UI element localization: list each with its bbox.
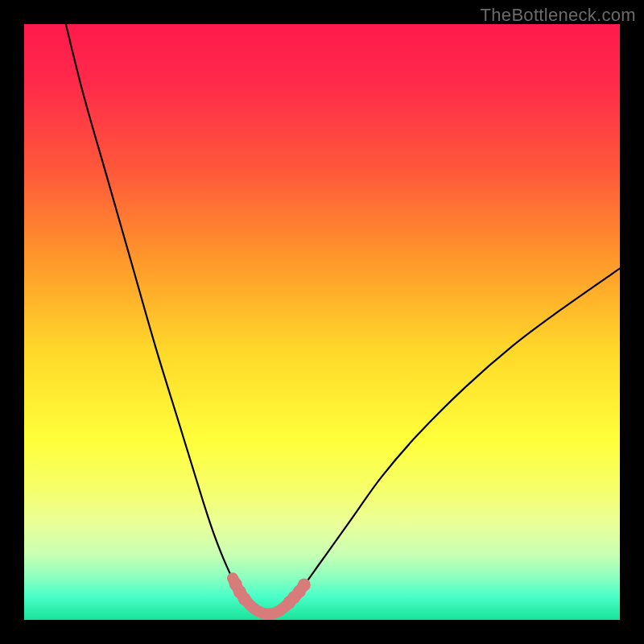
chart-frame: TheBottleneck.com	[0, 0, 644, 644]
valley-dot	[238, 592, 251, 605]
valley-dot	[293, 585, 306, 598]
plot-area	[24, 24, 620, 620]
valley-highlight	[233, 578, 304, 613]
valley-dot	[283, 596, 295, 609]
valley-dot	[229, 578, 242, 591]
valley-dot	[287, 591, 300, 604]
bottleneck-curve	[66, 24, 620, 614]
watermark-text: TheBottleneck.com	[481, 5, 636, 26]
valley-dots	[229, 578, 311, 609]
valley-dot	[298, 579, 311, 592]
valley-dot	[233, 585, 246, 598]
curve-layer	[24, 24, 620, 620]
